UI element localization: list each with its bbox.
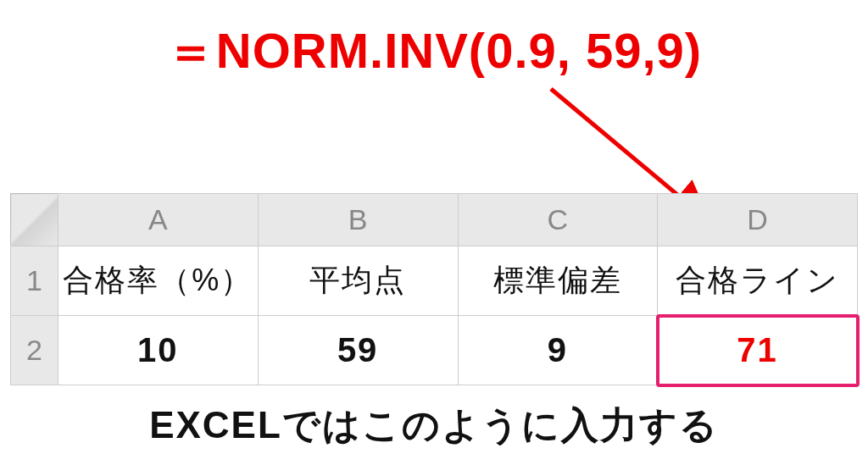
cell-D1[interactable]: 合格ライン (658, 246, 858, 316)
cell-B2[interactable]: 59 (258, 316, 458, 385)
cell-A2[interactable]: 10 (58, 316, 258, 385)
row-header-2[interactable]: 2 (11, 316, 58, 385)
row-header-1[interactable]: 1 (11, 246, 58, 316)
caption-text: EXCELではこのように入力する (0, 401, 868, 451)
cell-D2[interactable]: 71 (658, 316, 858, 385)
cell-A1[interactable]: 合格率（%） (58, 246, 258, 316)
col-header-B[interactable]: B (258, 194, 458, 246)
col-header-A[interactable]: A (58, 194, 258, 246)
formula-text: ＝NORM.INV(0.9, 59,9) (0, 19, 868, 85)
cell-C2[interactable]: 9 (458, 316, 658, 385)
spreadsheet: A B C D 1 合格率（%） 平均点 標準偏差 合格ライン 2 10 59 … (10, 193, 858, 385)
excel-table: A B C D 1 合格率（%） 平均点 標準偏差 合格ライン 2 10 59 … (10, 193, 858, 385)
cell-C1[interactable]: 標準偏差 (458, 246, 658, 316)
col-header-D[interactable]: D (658, 194, 858, 246)
col-header-C[interactable]: C (458, 194, 658, 246)
corner-cell[interactable] (11, 194, 58, 246)
cell-B1[interactable]: 平均点 (258, 246, 458, 316)
